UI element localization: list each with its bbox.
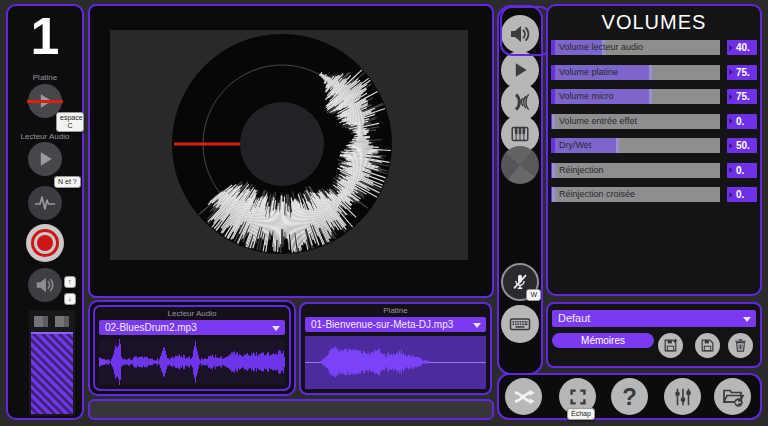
lecteur-audio-waveform[interactable] [99,339,285,385]
platine-title: Platine [301,306,490,315]
folder-import-icon [721,385,745,409]
platine-waveform[interactable] [305,336,486,389]
value-caret-icon [729,167,733,173]
slider-label: Dry/Wet [559,138,591,153]
turntable-jog-wheel[interactable] [110,30,468,260]
slider-thumb[interactable] [649,65,652,80]
transport-strip: W [497,5,543,375]
global-toolbar: Échap ? [497,373,762,420]
volume-down-shortcut-badge: ↓ [64,293,76,305]
slider-track[interactable]: Volume lecteur audio [551,40,720,55]
meter-peak-right [55,316,69,327]
slider-row-2: Volume micro75. [551,89,757,104]
slider-thumb[interactable] [552,187,555,202]
waveform-icon [33,191,57,215]
help-button[interactable]: ? [611,378,648,415]
slider-value: 0. [727,163,757,178]
disabled-tab-button [501,146,539,184]
value-caret-icon [729,143,733,149]
level-meter [29,310,75,416]
settings-mixer-button[interactable] [664,378,701,415]
slider-thumb[interactable] [649,89,652,104]
slider-value: 75. [727,89,757,104]
slider-thumb[interactable] [552,163,555,178]
volumes-panel: VOLUMES Volume lecteur audio40.Volume pl… [546,4,762,296]
mic-mute-button[interactable]: W [501,263,539,301]
slider-track[interactable]: Réinjection [551,163,720,178]
slider-label: Volume micro [559,89,614,104]
open-folder-button[interactable] [714,378,751,415]
platine-file-select[interactable]: 01-Bienvenue-sur-Meta-DJ.mp3 [305,317,486,332]
chevron-down-icon [473,323,481,328]
fullscreen-button[interactable]: Échap [559,378,596,415]
lecteur-audio-file-select[interactable]: 02-BluesDrum2.mp3 [99,320,285,335]
piano-keyboard-icon [509,123,531,145]
play-icon [510,60,530,80]
slider-track[interactable]: Réinjection croisée [551,187,720,202]
save-new-memory-button[interactable] [658,333,683,358]
mic-shortcut-badge: W [526,289,541,301]
slider-value: 0. [727,187,757,202]
slider-label: Volume platine [559,65,618,80]
platine-position-line [27,100,63,103]
play-icon [35,149,55,169]
sliders-icon [672,386,694,408]
fullscreen-icon [567,386,589,408]
slider-row-4: Dry/Wet50. [551,138,757,153]
slider-value: 0. [727,114,757,129]
trash-icon [732,337,749,354]
value-caret-icon [729,45,733,51]
save-memory-button[interactable] [695,333,720,358]
record-icon [31,229,59,257]
status-bar [88,399,494,420]
memories-panel: Defaut Mémoires [546,302,762,368]
slider-thumb[interactable] [616,138,619,153]
slider-track[interactable]: Dry/Wet [551,138,720,153]
lecteur-audio-title: Lecteur Audio [95,309,289,318]
volumes-title: VOLUMES [548,11,760,34]
crossfade-button[interactable] [505,378,542,415]
slider-row-6: Réinjection croisée0. [551,187,757,202]
slider-thumb[interactable] [552,114,555,129]
slider-label: Réinjection croisée [559,187,635,202]
platine-label: Platine [8,73,82,82]
slider-label: Volume entrée effet [559,114,637,129]
question-mark-icon: ? [622,383,637,411]
slider-row-3: Volume entrée effet0. [551,114,757,129]
typing-keyboard-icon [508,312,532,336]
turntable-panel [88,4,494,298]
meta-dj-app: 1 Platine espace C Lecteur Audio N et ? [0,0,768,426]
preset-select[interactable]: Defaut [552,310,756,327]
slider-track[interactable]: Volume platine [551,65,720,80]
lecteur-audio-label: Lecteur Audio [8,132,82,141]
keyboard-mode-button[interactable] [501,305,539,343]
value-caret-icon [729,118,733,124]
slider-value: 40. [727,40,757,55]
channel-sidebar: 1 Platine espace C Lecteur Audio N et ? [6,4,84,420]
volume-up-shortcut-badge: ↑ [64,276,76,288]
speaker-icon [34,274,56,296]
slider-track[interactable]: Volume entrée effet [551,114,720,129]
chevron-down-icon [272,326,280,331]
fx-waves-icon [508,90,532,114]
channel-volume-button[interactable] [28,268,62,302]
platine-shortcut-badge: espace C [56,112,84,132]
delete-memory-button[interactable] [728,333,753,358]
slider-track[interactable]: Volume micro [551,89,720,104]
slider-label: Réinjection [559,163,604,178]
meter-fill [31,332,73,414]
chevron-down-icon [743,317,751,322]
record-button[interactable] [26,224,64,262]
value-caret-icon [729,69,733,75]
value-caret-icon [729,192,733,198]
lecteur-play-button[interactable] [28,142,62,176]
meter-peak-left [34,316,48,327]
slider-label: Volume lecteur audio [559,40,643,55]
waveform-monitor-button[interactable] [28,186,62,220]
lecteur-audio-box: Lecteur Audio 02-BluesDrum2.mp3 [88,300,296,396]
platine-box: Platine 01-Bienvenue-sur-Meta-DJ.mp3 [299,302,492,395]
memories-button[interactable]: Mémoires [552,333,654,348]
slider-value: 50. [727,138,757,153]
save-plus-icon [662,337,679,354]
slider-row-1: Volume platine75. [551,65,757,80]
